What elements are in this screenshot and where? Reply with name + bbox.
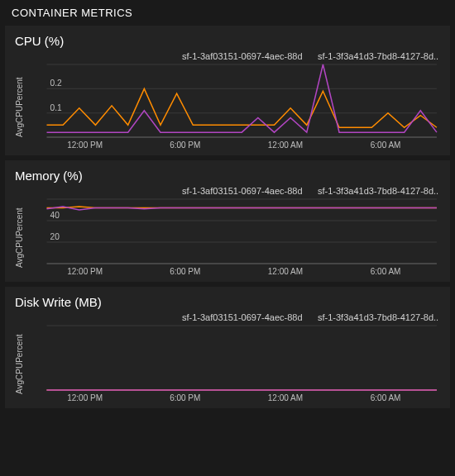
- x-tick-label: 12:00 AM: [268, 267, 303, 276]
- chart-legend: sf-1-3af03151-0697-4aec-88d... sf-1-3f3a…: [15, 186, 440, 196]
- chart-title: CPU (%): [15, 34, 440, 48]
- x-tick-label: 12:00 AM: [268, 140, 303, 150]
- y-axis-label: AvgCPUPercent: [15, 324, 26, 405]
- panel-title: CONTAINER METRICS: [0, 0, 455, 24]
- x-tick-label: 12:00 PM: [67, 393, 103, 402]
- chart-title: Disk Write (MB): [15, 295, 440, 309]
- legend-label: sf-1-3f3a41d3-7bd8-4127-8d...: [318, 51, 438, 61]
- legend-item-b[interactable]: sf-1-3f3a41d3-7bd8-4127-8d...: [314, 312, 438, 322]
- legend-item-a[interactable]: sf-1-3af03151-0697-4aec-88d...: [179, 186, 303, 196]
- svg-text:0.1: 0.1: [50, 103, 63, 112]
- x-tick-label: 6:00 PM: [170, 140, 200, 150]
- legend-label: sf-1-3f3a41d3-7bd8-4127-8d...: [318, 312, 438, 322]
- x-axis: 12:00 PM6:00 PM12:00 AM6:00 AM: [26, 265, 440, 278]
- x-tick-label: 12:00 AM: [268, 393, 303, 402]
- y-axis-label: AvgCPUPercent: [15, 198, 26, 278]
- chart-legend: sf-1-3af03151-0697-4aec-88d... sf-1-3f3a…: [15, 51, 440, 61]
- svg-text:20: 20: [50, 232, 60, 241]
- chart-card-cpu: CPU (%) sf-1-3af03151-0697-4aec-88d... s…: [5, 26, 450, 155]
- legend-label: sf-1-3af03151-0697-4aec-88d...: [182, 312, 303, 322]
- svg-text:40: 40: [50, 211, 60, 220]
- chart-card-memory: Memory (%) sf-1-3af03151-0697-4aec-88d..…: [5, 160, 450, 282]
- legend-item-a[interactable]: sf-1-3af03151-0697-4aec-88d...: [179, 312, 303, 322]
- x-tick-label: 6:00 AM: [371, 393, 401, 402]
- legend-label: sf-1-3f3a41d3-7bd8-4127-8d...: [318, 186, 438, 196]
- legend-label: sf-1-3af03151-0697-4aec-88d...: [182, 186, 303, 196]
- cpu-plot[interactable]: 0.10.2: [26, 63, 440, 139]
- legend-item-a[interactable]: sf-1-3af03151-0697-4aec-88d...: [179, 51, 303, 61]
- legend-label: sf-1-3af03151-0697-4aec-88d...: [182, 51, 303, 61]
- y-axis-label: AvgCPUPercent: [15, 63, 26, 152]
- x-tick-label: 6:00 PM: [170, 393, 200, 402]
- chart-title: Memory (%): [15, 169, 440, 183]
- container-metrics-panel: CONTAINER METRICS CPU (%) sf-1-3af03151-…: [0, 0, 455, 476]
- svg-text:0.2: 0.2: [50, 79, 63, 88]
- chart-card-disk: Disk Write (MB) sf-1-3af03151-0697-4aec-…: [5, 287, 450, 408]
- x-tick-label: 12:00 PM: [67, 140, 103, 150]
- x-tick-label: 6:00 AM: [371, 267, 401, 276]
- chart-legend: sf-1-3af03151-0697-4aec-88d... sf-1-3f3a…: [15, 312, 440, 322]
- memory-plot[interactable]: 2040: [26, 198, 440, 265]
- x-tick-label: 12:00 PM: [67, 267, 103, 276]
- legend-item-b[interactable]: sf-1-3f3a41d3-7bd8-4127-8d...: [314, 51, 438, 61]
- x-axis: 12:00 PM6:00 PM12:00 AM6:00 AM: [26, 392, 440, 405]
- x-tick-label: 6:00 AM: [371, 140, 401, 150]
- x-tick-label: 6:00 PM: [170, 267, 200, 276]
- disk-plot[interactable]: [26, 324, 440, 392]
- legend-item-b[interactable]: sf-1-3f3a41d3-7bd8-4127-8d...: [314, 186, 438, 196]
- x-axis: 12:00 PM6:00 PM12:00 AM6:00 AM: [26, 139, 440, 152]
